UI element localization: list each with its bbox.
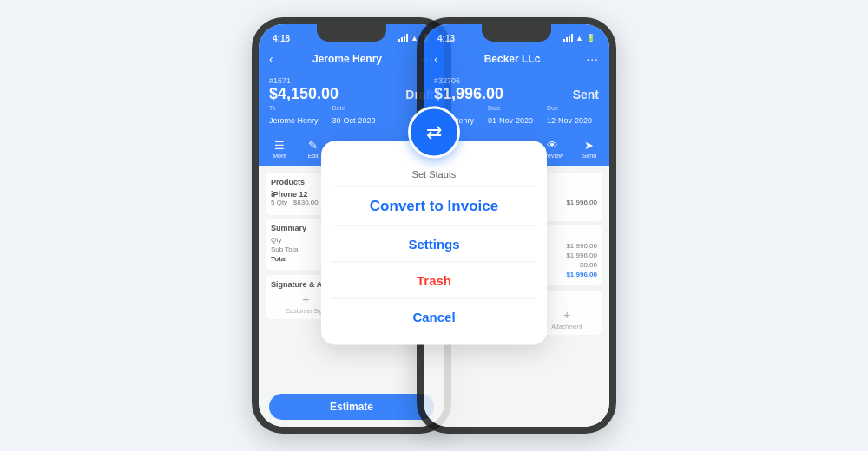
to-label-left: To <box>269 105 319 111</box>
edit-icon-left: ✎ <box>308 139 318 152</box>
signal-icon <box>398 34 408 42</box>
due-label-right: Due <box>547 105 592 111</box>
wifi-icon-right: ▲ <box>575 34 583 42</box>
contact-name-left: Jerome Henry <box>312 53 382 65</box>
due-value-right: 12-Nov-2020 <box>547 116 592 125</box>
signal-icon-right <box>563 34 573 42</box>
amount-right: $1,996.00 <box>434 85 503 103</box>
more-button-right[interactable]: ··· <box>586 52 599 66</box>
notch <box>317 24 386 42</box>
action-send-right[interactable]: ➤ Send <box>582 139 596 159</box>
arrows-icon: ⇄ <box>426 121 442 144</box>
to-value-left: Jerome Henry <box>269 116 319 125</box>
status-badge-right: Sent <box>573 88 599 101</box>
convert-to-invoice-button[interactable]: Convert to Invoice <box>332 187 536 226</box>
customer-sign-left[interactable]: + Customer Sign <box>286 292 326 314</box>
status-icons-right: ▲ 🔋 <box>563 34 595 42</box>
time-right: 4:13 <box>437 34 455 43</box>
more-icon-left: ☰ <box>274 139 285 152</box>
settings-button[interactable]: Settings <box>332 226 536 263</box>
popup-container: ⇄ Set Stauts Convert to Invoice Settings… <box>321 107 547 345</box>
estimate-button[interactable]: Estimate <box>269 394 434 420</box>
notch-right <box>482 24 551 42</box>
trash-button[interactable]: Trash <box>332 263 536 299</box>
popup-icon-circle: ⇄ <box>408 107 460 159</box>
attachment-right[interactable]: + Attachment <box>551 308 582 330</box>
attachment-icon-right: + <box>563 308 570 322</box>
invoice-num-right: #32706 <box>434 76 599 85</box>
set-status-label: Set Stauts <box>332 169 536 187</box>
amount-left: $4,150.00 <box>269 85 339 103</box>
send-icon-right: ➤ <box>584 139 594 152</box>
battery-icon-right: 🔋 <box>586 34 595 42</box>
popup-card: Set Stauts Convert to Invoice Settings T… <box>321 141 547 345</box>
time-left: 4:18 <box>273 34 290 43</box>
back-button-right[interactable]: ‹ <box>434 52 438 66</box>
cancel-button[interactable]: Cancel <box>332 299 536 335</box>
contact-name-right: Becker LLc <box>484 53 541 65</box>
action-edit-left[interactable]: ✎ Edit <box>308 139 319 159</box>
header-right: ‹ Becker LLc ··· <box>424 49 609 73</box>
back-button-left[interactable]: ‹ <box>269 52 273 66</box>
action-more-left[interactable]: ☰ More <box>273 139 286 159</box>
invoice-num-left: #1671 <box>269 76 434 85</box>
preview-icon-right: 👁 <box>547 139 558 152</box>
plus-icon-left: + <box>302 292 309 306</box>
